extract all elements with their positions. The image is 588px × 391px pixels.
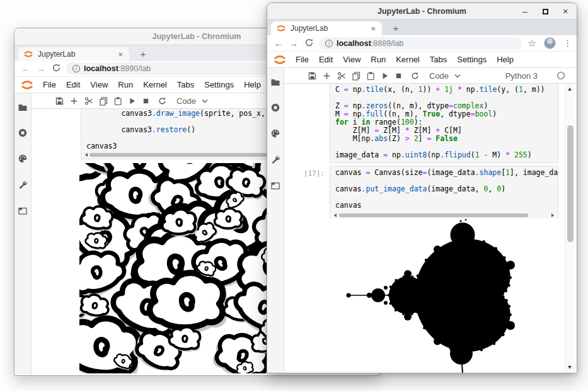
folder-icon[interactable]	[14, 99, 31, 115]
wrench-icon[interactable]	[267, 152, 284, 167]
desktop: JupyterLab - Chromium JupyterLab × + ← →…	[0, 0, 588, 391]
paste-cells-icon[interactable]	[111, 94, 125, 108]
menu-kernel[interactable]: Kernel	[391, 55, 425, 64]
front-code-editor-2[interactable]: canvas = Canvas(size=(image_data.shape[1…	[330, 166, 558, 210]
scroll-down-arrow[interactable]	[568, 366, 572, 369]
copy-cells-icon[interactable]	[349, 69, 363, 82]
code-line: M[np.abs(Z) > 2] = False	[335, 135, 554, 143]
add-cell-icon[interactable]	[67, 94, 81, 108]
menu-tabs[interactable]: Tabs	[172, 80, 199, 89]
scroll-up-arrow[interactable]	[568, 88, 572, 91]
front-left-sidebar	[267, 68, 284, 373]
vscroll-thumb[interactable]	[567, 125, 574, 242]
back-url-path: :8890/lab	[118, 64, 151, 73]
run-cell-icon[interactable]	[378, 69, 391, 82]
menu-settings[interactable]: Settings	[452, 55, 492, 64]
kernel-status-icon[interactable]	[554, 69, 568, 82]
save-icon[interactable]	[305, 69, 319, 82]
palette-icon[interactable]	[267, 126, 284, 141]
back-nav-forward-icon[interactable]: →	[33, 64, 49, 74]
menu-file[interactable]: File	[38, 80, 61, 89]
code-line: C = np.tile(x, (n, 1)) + 1j * np.tile(y,…	[335, 86, 554, 94]
front-code-cell-1[interactable]: C = np.tile(x, (n, 1)) + 1j * np.tile(y,…	[330, 84, 558, 163]
back-reload-icon[interactable]	[49, 64, 64, 74]
front-url-field[interactable]: i localhost:8889/lab	[319, 37, 522, 50]
front-nav-forward-icon[interactable]: →	[286, 38, 301, 48]
scroll-left-arrow[interactable]	[85, 153, 88, 157]
add-cell-icon[interactable]	[320, 69, 333, 82]
front-site-info-icon[interactable]: i	[325, 40, 333, 47]
back-browser-tab[interactable]: JupyterLab ×	[18, 47, 129, 61]
front-jupyterlab-menubar: FileEditViewRunKernelTabsSettingsHelp	[267, 52, 577, 68]
cell-type-dropdown[interactable]: Code	[429, 68, 449, 83]
tabs-panel-icon[interactable]	[267, 178, 284, 193]
jupyter-logo	[20, 79, 34, 91]
chevron-down-icon[interactable]	[451, 69, 464, 82]
notebook-vscrollbar[interactable]	[565, 84, 575, 373]
back-nav-back-icon[interactable]: ←	[18, 64, 33, 74]
back-menu-items: FileEditViewRunKernelTabsSettingsHelp	[38, 80, 266, 89]
front-window-title: JupyterLab - Chromium	[378, 7, 466, 16]
stop-kernel-icon[interactable]	[139, 94, 153, 108]
menu-run[interactable]: Run	[366, 55, 391, 64]
code-line: image_data = np.uint8(np.flipud(1 - M) *…	[335, 151, 554, 159]
front-window-titlebar[interactable]: JupyterLab - Chromium – ×	[267, 3, 577, 20]
close-icon[interactable]: ×	[560, 6, 570, 16]
back-tab-label: JupyterLab	[38, 50, 112, 59]
profile-avatar[interactable]	[544, 37, 556, 49]
menu-kernel[interactable]: Kernel	[138, 80, 172, 89]
back-new-tab-button[interactable]: +	[135, 47, 151, 60]
running-sessions-icon[interactable]	[267, 100, 284, 115]
kernel-name-label[interactable]: Python 3	[505, 68, 538, 83]
restart-kernel-icon[interactable]	[408, 69, 422, 82]
front-nav-back-icon[interactable]: ←	[271, 38, 286, 48]
maximize-icon[interactable]	[540, 6, 550, 16]
jupyter-logo	[273, 54, 287, 65]
paste-cells-icon[interactable]	[364, 69, 378, 82]
menu-edit[interactable]: Edit	[314, 55, 338, 64]
front-code-cell-2[interactable]: canvas = Canvas(size=(image_data.shape[1…	[330, 166, 558, 220]
menu-view[interactable]: View	[338, 55, 366, 64]
menu-file[interactable]: File	[291, 55, 314, 64]
run-cell-icon[interactable]	[125, 94, 139, 108]
back-left-sidebar	[14, 93, 32, 375]
browser-menu-icon[interactable]: ⋮	[563, 38, 572, 48]
menu-edit[interactable]: Edit	[61, 80, 85, 89]
front-browser-tab[interactable]: JupyterLab ×	[271, 21, 382, 35]
cut-cells-icon[interactable]	[82, 94, 96, 108]
menu-tabs[interactable]: Tabs	[425, 55, 452, 64]
save-icon[interactable]	[52, 94, 66, 108]
front-tab-close-icon[interactable]: ×	[369, 24, 377, 33]
scroll-right-arrow[interactable]	[551, 213, 554, 217]
wrench-icon[interactable]	[14, 177, 31, 192]
folder-icon[interactable]	[267, 74, 284, 89]
front-new-tab-button[interactable]: +	[388, 21, 403, 35]
chevron-down-icon[interactable]	[198, 94, 212, 108]
front-code-editor-1[interactable]: C = np.tile(x, (n, 1)) + 1j * np.tile(y,…	[330, 84, 558, 159]
menu-settings[interactable]: Settings	[199, 80, 239, 89]
jupyter-favicon	[276, 24, 286, 33]
menu-help[interactable]: Help	[492, 55, 519, 64]
running-sessions-icon[interactable]	[14, 125, 31, 140]
palette-icon[interactable]	[14, 151, 31, 166]
front-reload-icon[interactable]	[301, 38, 316, 48]
minimize-icon[interactable]: –	[520, 6, 530, 16]
restart-kernel-icon[interactable]	[155, 94, 169, 108]
front-cell2-hscrollbar[interactable]	[333, 212, 555, 218]
cell-type-dropdown[interactable]: Code	[176, 93, 196, 108]
copy-cells-icon[interactable]	[96, 94, 110, 108]
hscroll-thumb[interactable]	[339, 213, 528, 217]
menu-help[interactable]: Help	[239, 80, 266, 89]
tabs-panel-icon[interactable]	[14, 203, 31, 218]
back-tab-close-icon[interactable]: ×	[117, 50, 124, 59]
cut-cells-icon[interactable]	[335, 69, 349, 82]
front-url-path: :8889/lab	[371, 39, 403, 48]
code-line: canvas.put_image_data(image_data, 0, 0)	[335, 185, 554, 193]
stop-kernel-icon[interactable]	[391, 69, 405, 82]
scroll-left-arrow[interactable]	[334, 213, 337, 217]
menu-view[interactable]: View	[85, 80, 113, 89]
menu-run[interactable]: Run	[113, 80, 138, 89]
front-notebook-toolbar: Python 3 Code	[284, 68, 577, 84]
back-site-info-icon[interactable]: i	[72, 65, 80, 72]
bookmark-star-icon[interactable]: ☆	[528, 38, 536, 49]
